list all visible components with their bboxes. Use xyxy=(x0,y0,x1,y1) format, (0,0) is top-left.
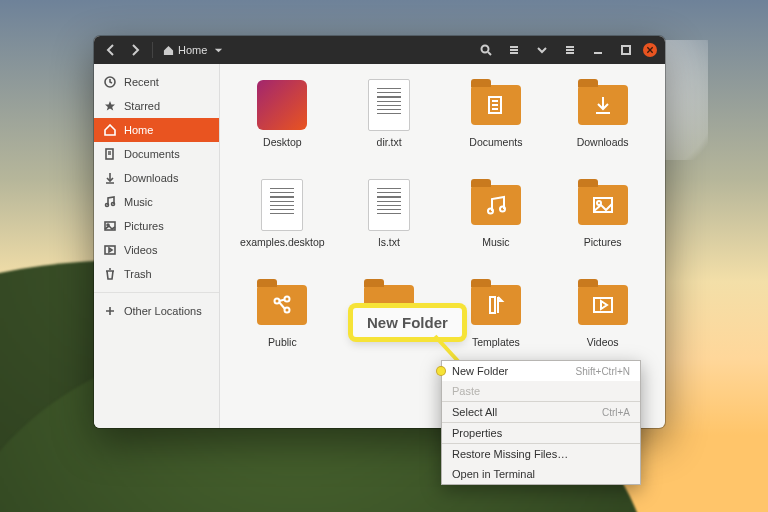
file-item-ls-txt[interactable]: ls.txt xyxy=(337,178,442,276)
sidebar-item-documents[interactable]: Documents xyxy=(94,142,219,166)
sidebar-item-recent[interactable]: Recent xyxy=(94,70,219,94)
plus-icon xyxy=(104,305,116,317)
context-menu-accel: Ctrl+A xyxy=(602,407,630,418)
back-button[interactable] xyxy=(100,40,122,60)
sidebar-item-videos[interactable]: Videos xyxy=(94,238,219,262)
search-button[interactable] xyxy=(475,40,497,60)
sidebar-item-label: Downloads xyxy=(124,172,178,184)
file-item-label: ls.txt xyxy=(378,236,400,248)
svg-rect-45 xyxy=(594,298,612,312)
sidebar-item-label: Recent xyxy=(124,76,159,88)
folder-icon xyxy=(471,185,521,225)
folder-icon xyxy=(578,85,628,125)
svg-point-0 xyxy=(482,46,489,53)
home-icon xyxy=(163,45,174,56)
context-menu-item-terminal[interactable]: Open in Terminal xyxy=(442,464,640,484)
sidebar-item-label: Starred xyxy=(124,100,160,112)
context-menu-label: Paste xyxy=(452,385,480,397)
context-menu-label: New Folder xyxy=(452,365,508,377)
view-options-button[interactable] xyxy=(531,40,553,60)
file-item-examples-desktop[interactable]: examples.desktop xyxy=(230,178,335,276)
folder-icon xyxy=(578,185,628,225)
file-item-downloads[interactable]: Downloads xyxy=(550,78,655,176)
sidebar-item-label: Pictures xyxy=(124,220,164,232)
videos-icon xyxy=(104,244,116,256)
callout-new-folder: New Folder xyxy=(350,305,465,340)
svg-marker-46 xyxy=(601,301,607,309)
music-icon xyxy=(104,196,116,208)
svg-point-35 xyxy=(500,207,505,212)
titlebar: Home xyxy=(94,36,665,64)
file-item-music[interactable]: Music xyxy=(444,178,549,276)
file-item-documents[interactable]: Documents xyxy=(444,78,549,176)
sidebar-item-pictures[interactable]: Pictures xyxy=(94,214,219,238)
trash-icon xyxy=(104,268,116,280)
folder-icon xyxy=(471,285,521,325)
file-item-label: Downloads xyxy=(577,136,629,148)
text-file-icon xyxy=(368,79,410,131)
file-item-dir-txt[interactable]: dir.txt xyxy=(337,78,442,176)
svg-point-39 xyxy=(285,297,290,302)
highlight-dot-icon xyxy=(437,367,443,375)
sidebar-item-home[interactable]: Home xyxy=(94,118,219,142)
file-item-label: Videos xyxy=(587,336,619,348)
context-menu-label: Select All xyxy=(452,406,497,418)
svg-rect-43 xyxy=(490,297,495,313)
sidebar-item-other-locations[interactable]: Other Locations xyxy=(94,299,219,323)
file-item-label: Public xyxy=(268,336,297,348)
svg-marker-24 xyxy=(109,248,112,252)
context-menu: New Folder Shift+Ctrl+N Paste Select All… xyxy=(441,360,641,485)
context-menu-item-restore[interactable]: Restore Missing Files… xyxy=(442,444,640,464)
pictures-icon xyxy=(104,220,116,232)
file-item-label: Pictures xyxy=(584,236,622,248)
sidebar-item-label: Home xyxy=(124,124,153,136)
context-menu-item-select-all[interactable]: Select AllCtrl+A xyxy=(442,402,640,422)
file-item-label: Documents xyxy=(469,136,522,148)
view-list-button[interactable] xyxy=(503,40,525,60)
context-menu-item-properties[interactable]: Properties xyxy=(442,423,640,443)
desktop-icon xyxy=(257,80,307,130)
svg-rect-9 xyxy=(622,46,630,54)
minimize-button[interactable] xyxy=(587,40,609,60)
folder-icon xyxy=(257,285,307,325)
svg-line-1 xyxy=(488,52,491,55)
callout-label: New Folder xyxy=(367,314,448,331)
breadcrumb-home[interactable]: Home xyxy=(157,40,234,60)
sidebar-item-label: Documents xyxy=(124,148,180,160)
home-icon xyxy=(104,124,116,136)
sidebar-item-label: Videos xyxy=(124,244,157,256)
close-button[interactable] xyxy=(643,43,657,57)
file-item-label: Music xyxy=(482,236,509,248)
file-item-pictures[interactable]: Pictures xyxy=(550,178,655,276)
context-menu-label: Restore Missing Files… xyxy=(452,448,568,460)
file-item-label: dir.txt xyxy=(377,136,402,148)
sidebar-item-label: Other Locations xyxy=(124,305,202,317)
context-menu-item-paste: Paste xyxy=(442,381,640,401)
svg-point-19 xyxy=(106,204,109,207)
sidebar-item-starred[interactable]: Starred xyxy=(94,94,219,118)
context-menu-item-new-folder[interactable]: New Folder Shift+Ctrl+N xyxy=(442,361,640,381)
folder-icon xyxy=(578,285,628,325)
sidebar-item-label: Music xyxy=(124,196,153,208)
forward-button[interactable] xyxy=(124,40,146,60)
file-item-desktop[interactable]: Desktop xyxy=(230,78,335,176)
svg-point-34 xyxy=(488,209,493,214)
svg-point-20 xyxy=(112,203,115,206)
sidebar: Recent Starred Home Documents Downloads … xyxy=(94,64,220,428)
text-file-icon xyxy=(368,179,410,231)
file-item-label: examples.desktop xyxy=(240,236,325,248)
sidebar-item-label: Trash xyxy=(124,268,152,280)
menu-button[interactable] xyxy=(559,40,581,60)
download-icon xyxy=(104,172,116,184)
chevron-down-icon xyxy=(213,45,224,56)
sidebar-item-music[interactable]: Music xyxy=(94,190,219,214)
breadcrumb-label: Home xyxy=(178,44,207,56)
maximize-button[interactable] xyxy=(615,40,637,60)
context-menu-label: Open in Terminal xyxy=(452,468,535,480)
sidebar-item-downloads[interactable]: Downloads xyxy=(94,166,219,190)
svg-line-42 xyxy=(279,302,285,309)
sidebar-item-trash[interactable]: Trash xyxy=(94,262,219,286)
file-item-public[interactable]: Public xyxy=(230,278,335,376)
star-icon xyxy=(104,100,116,112)
context-menu-label: Properties xyxy=(452,427,502,439)
